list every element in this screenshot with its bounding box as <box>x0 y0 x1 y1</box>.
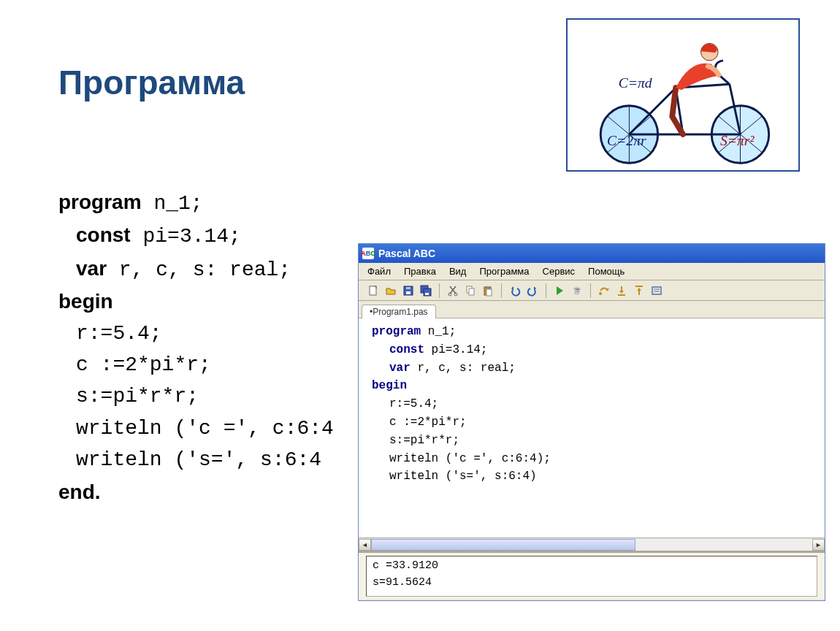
menu-file[interactable]: Файл <box>362 264 397 278</box>
new-file-icon[interactable] <box>366 283 381 298</box>
trace-icon[interactable] <box>649 283 664 298</box>
open-icon[interactable] <box>383 283 398 298</box>
editor-kw: const <box>389 343 424 356</box>
code-editor[interactable]: program n_1; const pi=3.14; var r, c, s:… <box>359 318 825 538</box>
code-kw-const: const <box>76 223 131 246</box>
svg-rect-34 <box>486 289 492 296</box>
tab-strip: •Program1.pas <box>359 301 825 318</box>
toolbar: stop <box>359 280 825 301</box>
code-kw-program: program <box>58 191 142 213</box>
editor-text: writeln ('c =', c:6:4); <box>372 450 817 468</box>
save-icon[interactable] <box>401 283 416 298</box>
step-over-icon[interactable] <box>597 283 611 298</box>
scroll-right-icon[interactable]: ► <box>812 539 825 551</box>
formula-top: C=πd <box>619 75 652 91</box>
copy-icon[interactable] <box>463 283 478 298</box>
slide-title: Программа <box>58 63 245 102</box>
output-pane: c =33.9120 s=91.5624 <box>359 551 825 599</box>
menu-bar: Файл Правка Вид Программа Сервис Помощь <box>359 263 825 280</box>
menu-help[interactable]: Помощь <box>582 264 630 278</box>
code-kw-end: end. <box>58 481 101 503</box>
title-bar[interactable]: ABC Pascal ABC <box>359 244 825 263</box>
svg-rect-22 <box>370 286 376 295</box>
editor-kw: var <box>389 362 411 375</box>
editor-text: c :=2*pi*r; <box>372 413 817 432</box>
step-into-icon[interactable] <box>614 283 629 298</box>
code-text: c :=2*pi*r; <box>58 349 334 380</box>
code-kw-begin: begin <box>58 290 113 313</box>
app-icon: ABC <box>362 248 374 259</box>
svg-rect-24 <box>406 291 411 294</box>
horizontal-scrollbar[interactable]: ◄ ► <box>359 538 825 551</box>
scroll-thumb[interactable] <box>371 539 635 551</box>
step-out-icon[interactable] <box>632 283 646 298</box>
source-code-listing: program n_1; const pi=3.14; var r, c, s:… <box>58 186 334 508</box>
code-text: n_1; <box>142 192 203 215</box>
code-text: pi=3.14; <box>131 225 241 248</box>
svg-rect-25 <box>406 287 411 289</box>
file-tab[interactable]: •Program1.pas <box>362 305 436 318</box>
code-text: writeln ('c =', c:6:4 <box>58 413 334 444</box>
code-text: r:=5.4; <box>58 318 334 349</box>
menu-service[interactable]: Сервис <box>537 264 581 278</box>
code-text: r, c, s: real; <box>107 259 291 281</box>
svg-text:stop: stop <box>572 288 581 294</box>
editor-text: r, c, s: real; <box>411 362 516 375</box>
editor-kw: begin <box>372 379 407 392</box>
menu-program[interactable]: Программа <box>473 264 535 278</box>
svg-rect-28 <box>425 293 429 295</box>
cut-icon[interactable] <box>446 283 460 298</box>
scroll-left-icon[interactable]: ◄ <box>359 539 371 551</box>
paste-icon[interactable] <box>481 283 495 298</box>
window-title: Pascal ABC <box>378 248 435 259</box>
editor-text: s:=pi*r*r; <box>372 432 817 450</box>
cyclist-illustration: C=πd C=2πr S=πr² <box>566 18 800 172</box>
formula-right: S=πr² <box>720 133 755 148</box>
editor-text: pi=3.14; <box>424 343 487 356</box>
svg-rect-35 <box>486 286 489 288</box>
editor-text: writeln ('s=', s:6:4) <box>372 467 817 486</box>
save-all-icon[interactable] <box>419 283 433 298</box>
code-text: writeln ('s=', s:6:4 <box>58 444 334 475</box>
undo-icon[interactable] <box>508 283 522 298</box>
svg-rect-40 <box>618 294 625 296</box>
editor-text: n_1; <box>421 325 456 338</box>
output-text: c =33.9120 s=91.5624 <box>366 556 817 597</box>
code-kw-var: var <box>76 257 107 280</box>
editor-kw: program <box>372 325 421 338</box>
menu-view[interactable]: Вид <box>443 264 473 278</box>
menu-edit[interactable]: Правка <box>398 264 442 278</box>
svg-rect-32 <box>469 288 474 295</box>
svg-rect-41 <box>635 286 643 287</box>
run-icon[interactable] <box>552 283 567 298</box>
svg-point-39 <box>599 292 602 295</box>
svg-rect-42 <box>652 287 661 294</box>
code-text: s:=pi*r*r; <box>58 380 334 412</box>
pascal-abc-window: ABC Pascal ABC Файл Правка Вид Программа… <box>358 243 825 601</box>
stop-icon[interactable]: stop <box>570 283 584 298</box>
formula-left: C=2πr <box>607 133 646 148</box>
redo-icon[interactable] <box>525 283 540 298</box>
editor-text: r:=5.4; <box>372 395 817 413</box>
